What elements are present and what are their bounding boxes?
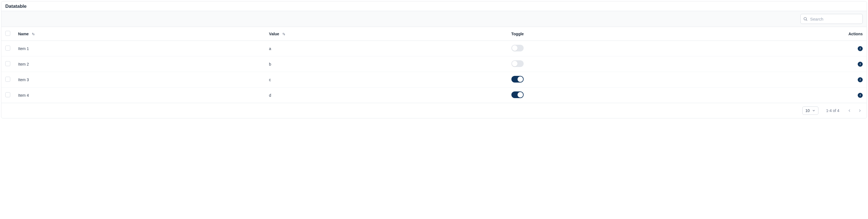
cell-value: a (265, 41, 507, 57)
table-row: Item 2 b (1, 57, 867, 72)
info-icon[interactable] (858, 93, 863, 98)
page-title: Datatable (1, 1, 867, 11)
header-row: Name Value (1, 27, 867, 41)
toggle-thumb (518, 92, 523, 98)
sort-icon (31, 32, 35, 36)
cell-value: d (265, 87, 507, 103)
row-toggle[interactable] (512, 76, 524, 82)
data-table: Name Value (1, 27, 867, 103)
row-checkbox[interactable] (5, 61, 10, 66)
table-row: Item 1 a (1, 41, 867, 57)
search-icon (803, 17, 808, 21)
column-header-value[interactable]: Value (265, 27, 507, 41)
toolbar (1, 11, 867, 27)
info-icon[interactable] (858, 77, 863, 82)
table-row: Item 3 c (1, 72, 867, 87)
row-toggle[interactable] (512, 60, 524, 67)
row-checkbox[interactable] (5, 92, 10, 97)
column-header-name[interactable]: Name (14, 27, 265, 41)
cell-value: b (265, 57, 507, 72)
cell-name: Item 2 (14, 57, 265, 72)
table-row: Item 4 d (1, 87, 867, 103)
page-size-select[interactable]: 10 (802, 106, 818, 115)
info-icon[interactable] (858, 62, 863, 67)
column-label: Value (269, 32, 279, 36)
datatable-panel: Datatable Name (1, 1, 867, 118)
toggle-thumb (512, 45, 518, 51)
row-toggle[interactable] (512, 45, 524, 51)
cell-name: Item 4 (14, 87, 265, 103)
column-label: Actions (848, 32, 863, 36)
row-checkbox[interactable] (5, 45, 10, 50)
cell-value: c (265, 72, 507, 87)
toggle-thumb (518, 76, 523, 82)
svg-point-0 (804, 17, 806, 20)
table-footer: 10 1-4 of 4 (1, 103, 867, 118)
pagination-range: 1-4 of 4 (826, 108, 839, 113)
info-icon[interactable] (858, 46, 863, 51)
prev-page-button[interactable] (847, 108, 851, 113)
chevron-left-icon (847, 109, 851, 113)
pager (847, 108, 862, 113)
cell-name: Item 1 (14, 41, 265, 57)
column-header-toggle: Toggle (507, 27, 839, 41)
row-checkbox[interactable] (5, 77, 10, 82)
select-all-checkbox[interactable] (5, 31, 10, 36)
chevron-down-icon (812, 109, 815, 112)
next-page-button[interactable] (858, 108, 862, 113)
search-input[interactable] (800, 14, 863, 24)
page-size-value: 10 (805, 108, 810, 113)
cell-name: Item 3 (14, 72, 265, 87)
search-field (800, 14, 863, 24)
row-toggle[interactable] (512, 92, 524, 98)
column-label: Name (18, 32, 29, 36)
sort-icon (282, 32, 286, 36)
chevron-right-icon (858, 109, 862, 113)
svg-line-1 (806, 20, 807, 21)
column-label: Toggle (512, 32, 524, 36)
column-header-actions: Actions (839, 27, 867, 41)
toggle-thumb (512, 61, 518, 66)
